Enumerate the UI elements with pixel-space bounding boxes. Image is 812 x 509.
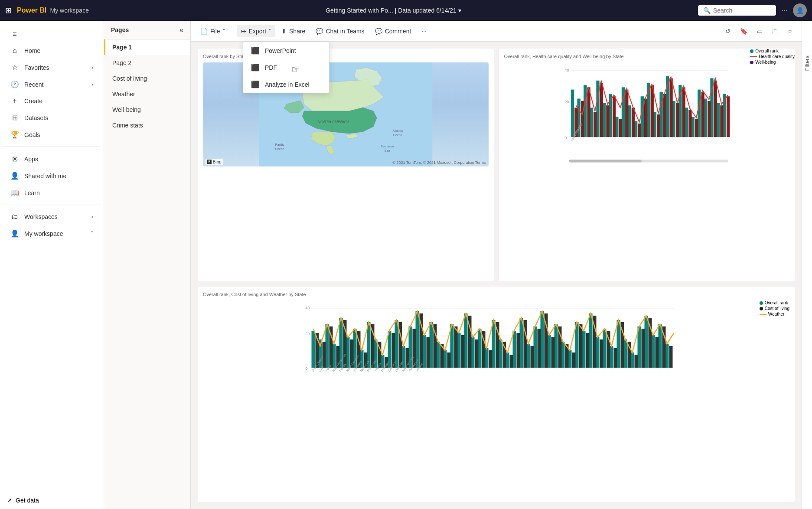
svg-rect-54	[669, 78, 672, 137]
sidebar-item-apps[interactable]: ⊠ Apps	[3, 150, 100, 167]
apps-label: Apps	[24, 156, 38, 163]
svg-rect-99	[478, 329, 482, 368]
comment-button[interactable]: 💬 Comment	[371, 25, 416, 37]
pages-title: Pages	[111, 26, 129, 33]
svg-text:40: 40	[564, 68, 569, 72]
share-label: Share	[289, 28, 305, 35]
legend-health-care: Health care quality	[750, 54, 795, 59]
get-data-label: Get data	[16, 497, 39, 504]
weather-line	[760, 314, 766, 315]
page-item-well-being[interactable]: Well-being	[104, 102, 190, 117]
svg-text:0: 0	[564, 135, 567, 140]
get-data-icon: ↗	[7, 497, 12, 504]
fullscreen-button[interactable]: ⬚	[769, 25, 781, 37]
refresh-button[interactable]: ↺	[722, 25, 734, 37]
svg-rect-44	[606, 105, 609, 137]
get-data-button[interactable]: ↗ Get data	[0, 492, 104, 509]
page-item-crime-stats[interactable]: Crime stats	[104, 117, 190, 133]
chat-in-teams-button[interactable]: 💬 Chat in Teams	[311, 25, 368, 37]
svg-rect-33	[691, 117, 694, 137]
svg-rect-114	[582, 331, 586, 368]
svg-rect-58	[695, 119, 698, 137]
svg-text:Ocean: Ocean	[275, 147, 284, 151]
export-button[interactable]: ↦ Export ˅	[237, 25, 275, 37]
svg-rect-53	[663, 94, 666, 137]
sidebar-item-datasets[interactable]: ⊞ Datasets	[3, 109, 100, 126]
workspace-label[interactable]: My workspace	[50, 7, 88, 14]
svg-rect-98	[471, 337, 475, 368]
svg-rect-111	[561, 342, 565, 368]
bookmark-button[interactable]: 🔖	[737, 25, 751, 37]
svg-rect-173	[635, 355, 638, 368]
sidebar-item-home[interactable]: ⌂ Home	[3, 42, 100, 59]
svg-rect-123	[645, 316, 648, 368]
export-chevron-icon: ˅	[269, 29, 271, 33]
svg-rect-100	[485, 348, 489, 368]
view-button[interactable]: ▭	[753, 25, 766, 37]
svg-rect-170	[614, 348, 617, 368]
page-item-1[interactable]: Page 1	[104, 39, 190, 55]
share-button[interactable]: ⬆ Share	[277, 25, 310, 37]
export-powerpoint-item[interactable]: ⬛ PowerPoint	[243, 42, 329, 59]
svg-rect-62	[720, 105, 723, 137]
bing-logo: 🅱 Bing	[205, 159, 223, 165]
sidebar-item-recent[interactable]: 🕐 Recent ›	[3, 76, 100, 93]
export-pdf-item[interactable]: ⬛ PDF	[243, 59, 329, 76]
svg-rect-117	[603, 329, 607, 368]
pages-collapse-button[interactable]: «	[179, 26, 183, 34]
svg-rect-27	[653, 112, 656, 137]
main-content: 📄 File ˅ ↦ Export ˅ ⬆ Share 💬 Chat in Te…	[191, 21, 802, 509]
svg-rect-23	[628, 105, 631, 137]
svg-text:Pacific: Pacific	[275, 143, 285, 147]
favorite-button[interactable]: ☆	[784, 25, 796, 37]
page-item-weather[interactable]: Weather	[104, 86, 190, 102]
page-item-2[interactable]: Page 2	[104, 55, 190, 71]
search-input[interactable]	[713, 7, 770, 14]
svg-rect-159	[538, 329, 541, 368]
filters-panel[interactable]: Filters	[802, 21, 812, 509]
svg-rect-103	[506, 352, 509, 368]
pages-header: Pages «	[104, 21, 190, 39]
svg-rect-91	[423, 335, 426, 368]
filters-label: Filters	[804, 55, 810, 71]
svg-rect-40	[580, 101, 584, 137]
sidebar-item-learn[interactable]: 📖 Learn	[3, 184, 100, 201]
export-excel-item[interactable]: ⬛ Analyze in Excel	[243, 76, 329, 93]
file-icon: 📄	[200, 28, 208, 35]
powerpoint-icon: ⬛	[250, 46, 261, 55]
myworkspace-label: My workspace	[24, 230, 63, 237]
teams-icon: 💬	[316, 28, 323, 35]
workspaces-icon: 🗂	[10, 213, 19, 221]
overall-rank-legend-label: Overall rank	[755, 49, 779, 53]
svg-rect-68	[569, 160, 641, 162]
toolbar-more-button[interactable]: ···	[417, 25, 431, 37]
sidebar-item-workspaces[interactable]: 🗂 Workspaces ›	[3, 209, 100, 225]
topbar-more-icon[interactable]: ···	[781, 6, 788, 15]
health-care-line	[750, 56, 757, 57]
myworkspace-icon: 👤	[10, 229, 19, 238]
page-item-cost-of-living[interactable]: Cost of living	[104, 71, 190, 86]
svg-rect-110	[554, 324, 558, 368]
sidebar-item-create[interactable]: + Create	[3, 93, 100, 109]
file-button[interactable]: 📄 File ˅	[196, 25, 229, 37]
svg-rect-178	[669, 346, 673, 368]
bottom-legend: Overall rank Cost of living Weather	[760, 300, 789, 316]
svg-rect-63	[726, 96, 729, 137]
svg-rect-49	[638, 124, 641, 137]
waffle-icon[interactable]: ⊞	[5, 6, 12, 15]
sidebar-item-myworkspace[interactable]: 👤 My workspace ˅	[3, 225, 100, 242]
toolbar: 📄 File ˅ ↦ Export ˅ ⬆ Share 💬 Chat in Te…	[191, 21, 802, 42]
avatar[interactable]: 👤	[793, 3, 807, 17]
apps-icon: ⊠	[10, 155, 19, 163]
sidebar-item-shared[interactable]: 👤 Shared with me	[3, 167, 100, 184]
export-label: Export	[249, 28, 266, 35]
search-icon: 🔍	[703, 7, 711, 14]
bottom-chart-label: Overall rank, Cost of living and Weather…	[203, 292, 789, 297]
svg-rect-51	[650, 85, 653, 137]
sidebar-item-favorites[interactable]: ☆ Favorites ›	[3, 59, 100, 76]
svg-rect-16	[584, 85, 587, 137]
nav-hamburger[interactable]: ≡	[3, 26, 100, 42]
sidebar-item-goals[interactable]: 🏆 Goals	[3, 126, 100, 143]
svg-rect-176	[655, 337, 659, 368]
search-box[interactable]: 🔍	[698, 5, 776, 16]
